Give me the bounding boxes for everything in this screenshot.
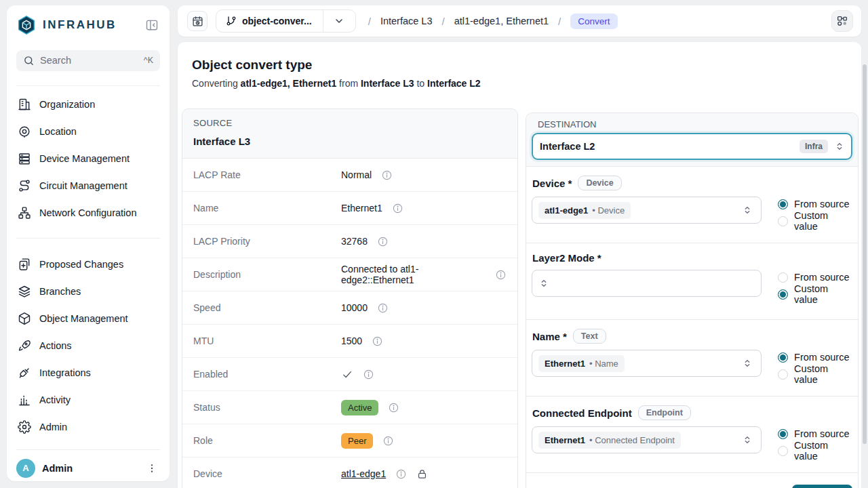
sidebar-item-integrations[interactable]: Integrations	[12, 359, 164, 386]
radio-circle[interactable]	[778, 446, 788, 456]
info-icon[interactable]	[363, 369, 374, 380]
route-icon	[18, 179, 31, 192]
location-icon	[18, 125, 31, 138]
radio-circle[interactable]	[778, 429, 788, 439]
value-text: 1500	[341, 336, 362, 346]
field-value: 32768	[341, 236, 389, 247]
field-kind-badge: Endpoint	[638, 405, 691, 420]
field-select[interactable]: atl1-edge1• Device	[532, 197, 762, 224]
lock-icon	[416, 468, 428, 480]
branch-dropdown-toggle[interactable]	[323, 10, 355, 32]
field-select[interactable]: Ethernet1• Name	[532, 350, 762, 377]
radio-custom-value[interactable]: Custom value	[778, 443, 852, 458]
radio-custom-value[interactable]: Custom value	[778, 367, 852, 382]
select-caret-icon	[742, 205, 753, 216]
radio-from-source[interactable]: From source	[778, 270, 852, 285]
scrollbar-thumb[interactable]	[863, 64, 867, 444]
topbar: object-conver... /Interface L3/atl1-edge…	[178, 5, 861, 37]
radio-circle[interactable]	[778, 272, 788, 283]
sidebar-item-admin[interactable]: Admin	[12, 413, 164, 441]
sidebar-item-location[interactable]: Location	[12, 118, 164, 145]
field-label: Description	[193, 269, 341, 280]
radio-circle[interactable]	[778, 289, 788, 300]
source-panel: SOURCE Interface L3 LACP Rate Normal Nam…	[182, 108, 518, 488]
time-travel-button[interactable]	[187, 11, 208, 31]
field-label: Speed	[193, 302, 341, 313]
rocket-icon	[18, 339, 31, 352]
info-icon[interactable]	[392, 203, 403, 214]
sidebar-collapse-button[interactable]	[142, 16, 161, 35]
select-caret-icon	[742, 434, 753, 445]
sidebar-item-label: Branches	[39, 286, 81, 297]
sidebar-item-network-configuration[interactable]: Network Configuration	[12, 199, 164, 226]
radio-from-source[interactable]: From source	[778, 197, 852, 211]
source-row: Status Active	[182, 391, 517, 424]
destination-fields: Device * Device atl1-edge1• Device From …	[526, 167, 858, 473]
radio-from-source[interactable]: From source	[778, 350, 852, 365]
breadcrumb-item[interactable]: Interface L3	[380, 16, 433, 26]
panel-collapse-icon	[145, 18, 159, 32]
field-select[interactable]	[532, 270, 762, 297]
destination-type-select[interactable]: Interface L2 Infra	[532, 133, 852, 160]
related-object-link[interactable]: atl1-edge1	[341, 468, 386, 479]
destination-field: Connected Endpoint Endpoint Ethernet1• C…	[526, 396, 858, 473]
field-label: Name *	[532, 331, 567, 342]
info-icon[interactable]	[377, 236, 389, 247]
info-icon[interactable]	[495, 269, 507, 281]
radio-circle[interactable]	[778, 369, 788, 380]
sidebar-item-object-management[interactable]: Object Management	[12, 305, 164, 332]
sidebar-item-device-management[interactable]: Device Management	[12, 145, 164, 172]
sidebar-item-branches[interactable]: Branches	[12, 278, 164, 305]
field-value: Ethernet1	[341, 203, 403, 214]
subtitle-from-type: Interface L3	[361, 78, 414, 89]
radio-custom-value[interactable]: Custom value	[778, 287, 852, 302]
field-label: Layer2 Mode *	[532, 252, 601, 264]
status-badge: Peer	[341, 433, 373, 449]
schema-icon	[836, 15, 848, 27]
info-icon[interactable]	[388, 402, 399, 413]
info-icon[interactable]	[381, 169, 393, 181]
field-label: Name	[193, 203, 341, 214]
sidebar-item-proposed-changes[interactable]: Proposed Changes	[12, 251, 164, 278]
sidebar-item-label: Network Configuration	[39, 207, 136, 218]
user-row: A Admin	[7, 450, 170, 481]
source-row: LACP Rate Normal	[182, 159, 517, 192]
radio-circle[interactable]	[778, 352, 788, 363]
diff-icon	[18, 258, 31, 271]
info-icon[interactable]	[382, 435, 394, 447]
info-icon[interactable]	[377, 302, 389, 314]
sidebar-item-activity[interactable]: Activity	[12, 386, 164, 413]
user-menu-kebab-icon[interactable]	[144, 460, 160, 476]
source-row: LACP Priority 32768	[182, 225, 517, 258]
git-branch-icon	[226, 16, 237, 26]
radio-circle[interactable]	[778, 216, 788, 226]
subtitle-text: from	[339, 78, 358, 89]
subtitle-text: Converting	[192, 78, 238, 89]
sidebar-item-actions[interactable]: Actions	[12, 332, 164, 359]
info-icon[interactable]	[395, 468, 407, 480]
schema-visualizer-button[interactable]	[831, 10, 853, 32]
breadcrumb-item[interactable]: atl1-edge1, Ethernet1	[454, 16, 549, 26]
logo-row: INFRAHUB	[7, 5, 170, 42]
convert-button[interactable]: Convert	[792, 485, 852, 488]
destination-field: Name * Text Ethernet1• Name From source …	[526, 320, 858, 396]
radio-custom-value[interactable]: Custom value	[778, 214, 852, 228]
radio-from-source[interactable]: From source	[778, 426, 852, 441]
sidebar: INFRAHUB Search ^K Organization Location…	[7, 5, 170, 481]
sidebar-item-label: Activity	[39, 394, 71, 405]
field-value: Active	[341, 400, 399, 415]
field-select[interactable]: Ethernet1• Connected Endpoint	[532, 426, 762, 453]
sidebar-nav: Organization Location Device Management …	[7, 86, 170, 441]
info-icon[interactable]	[372, 336, 383, 347]
field-label: Status	[193, 402, 341, 413]
sidebar-item-organization[interactable]: Organization	[12, 91, 164, 118]
selected-value-chip: atl1-edge1• Device	[538, 202, 631, 219]
search-input[interactable]: Search ^K	[16, 50, 160, 71]
branch-selector[interactable]: object-conver...	[216, 9, 356, 33]
radio-circle[interactable]	[778, 199, 788, 209]
sidebar-item-circuit-management[interactable]: Circuit Management	[12, 172, 164, 199]
chevron-down-icon	[334, 16, 344, 26]
layers-icon	[18, 285, 31, 298]
avatar: A	[16, 459, 35, 478]
sidebar-item-label: Location	[39, 126, 77, 137]
